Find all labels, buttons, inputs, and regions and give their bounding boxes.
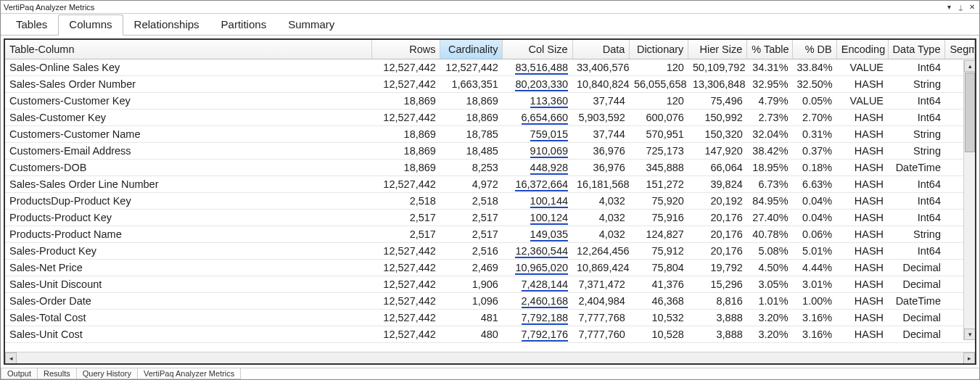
column-header-colsize[interactable]: Col Size (503, 40, 572, 59)
tab-columns[interactable]: Columns (58, 15, 123, 36)
table-row[interactable]: Customers-Customer Name18,86918,785759,0… (5, 126, 975, 143)
cell-colsize: 7,792,188 (503, 310, 572, 326)
column-header-enc[interactable]: Encoding (836, 40, 888, 59)
cell-enc: VALUE (836, 59, 888, 76)
vertipaq-panel: VertiPaq Analyzer Metrics ▾ ⍊ ✕ TablesCo… (0, 0, 980, 380)
cell-enc: VALUE (836, 93, 888, 110)
scroll-right-icon[interactable]: ▸ (963, 352, 975, 364)
cell-hier: 75,496 (688, 93, 747, 110)
cell-data: 7,777,768 (572, 310, 630, 326)
table-row[interactable]: Sales-Unit Discount12,527,4421,9067,428,… (5, 276, 975, 293)
table-row[interactable]: Sales-Product Key12,527,4422,51612,360,5… (5, 243, 975, 260)
cell-colsize: 16,372,664 (503, 176, 572, 193)
cell-hier: 50,109,792 (688, 59, 747, 76)
column-header-name[interactable]: Table-Column (5, 40, 372, 59)
cell-card: 18,869 (440, 110, 503, 126)
cell-card: 2,517 (440, 210, 503, 226)
bottom-tab-results[interactable]: Results (37, 368, 77, 379)
cell-data: 5,903,592 (572, 110, 630, 126)
cell-ptable: 6.73% (747, 176, 793, 193)
tab-summary[interactable]: Summary (277, 15, 345, 36)
cell-ptable: 3.20% (747, 310, 793, 326)
bottom-tab-output[interactable]: Output (1, 368, 38, 379)
table-row[interactable]: Sales-Sales Order Line Number12,527,4424… (5, 176, 975, 193)
cell-data: 37,744 (572, 126, 630, 143)
scroll-left-icon[interactable]: ◂ (5, 352, 17, 364)
table-row[interactable]: Sales-Total Cost12,527,4424817,792,1887,… (5, 310, 975, 326)
cell-dict: 725,173 (630, 143, 688, 160)
bottom-tab-vertipaq-analyzer-metrics[interactable]: VertiPaq Analyzer Metrics (137, 368, 241, 379)
grid-header-row: Table-ColumnRowsCardinalityCol SizeDataD… (5, 40, 975, 59)
cell-hier: 20,176 (688, 226, 747, 243)
cell-hier: 20,176 (688, 243, 747, 260)
table-row[interactable]: Sales-Net Price12,527,4422,46910,965,020… (5, 260, 975, 276)
cell-dict: 120 (630, 59, 688, 76)
cell-card: 8,253 (440, 160, 503, 176)
table-row[interactable]: Sales-Unit Cost12,527,4424807,792,1767,7… (5, 326, 975, 343)
cell-ptable: 18.95% (747, 160, 793, 176)
grid-scroll-viewport[interactable]: Table-ColumnRowsCardinalityCol SizeDataD… (5, 40, 975, 352)
cell-colsize: 448,928 (503, 160, 572, 176)
cell-card: 2,518 (440, 193, 503, 210)
cell-dtype: Int64 (888, 176, 945, 193)
cell-data: 10,869,424 (572, 260, 630, 276)
cell-name: Sales-Unit Cost (5, 326, 372, 343)
cell-enc: HASH (836, 326, 888, 343)
cell-card: 2,469 (440, 260, 503, 276)
table-row[interactable]: Sales-Online Sales Key12,527,44212,527,4… (5, 59, 975, 76)
vertical-scroll-thumb[interactable] (965, 73, 975, 152)
cell-ptable: 84.95% (747, 193, 793, 210)
column-header-pdb[interactable]: % DB (793, 40, 837, 59)
vertical-scrollbar[interactable]: ▴ ▾ (963, 60, 975, 340)
column-header-card[interactable]: Cardinality (440, 40, 503, 59)
cell-dict: 75,912 (630, 243, 688, 260)
cell-card: 4,972 (440, 176, 503, 193)
table-row[interactable]: Customers-Customer Key18,86918,869113,36… (5, 93, 975, 110)
cell-enc: HASH (836, 210, 888, 226)
horizontal-scrollbar[interactable]: ◂ ▸ (5, 352, 975, 363)
cell-card: 18,869 (440, 93, 503, 110)
cell-card: 18,485 (440, 143, 503, 160)
bottom-tab-query-history[interactable]: Query History (76, 368, 138, 379)
table-row[interactable]: Products-Product Key2,5172,517100,1244,0… (5, 210, 975, 226)
column-header-dtype[interactable]: Data Type (888, 40, 945, 59)
cell-hier: 147,920 (688, 143, 747, 160)
table-row[interactable]: Sales-Sales Order Number12,527,4421,663,… (5, 76, 975, 93)
scroll-down-icon[interactable]: ▾ (964, 329, 975, 340)
tab-relationships[interactable]: Relationships (123, 15, 210, 36)
table-row[interactable]: Customers-Email Address18,86918,485910,0… (5, 143, 975, 160)
column-header-hier[interactable]: Hier Size (688, 40, 747, 59)
cell-colsize: 113,360 (503, 93, 572, 110)
column-header-data[interactable]: Data (572, 40, 630, 59)
column-header-seg[interactable]: Segm (945, 40, 975, 59)
dropdown-icon[interactable]: ▾ (944, 3, 953, 12)
cell-card: 1,096 (440, 293, 503, 310)
table-row[interactable]: Products-Product Name2,5172,517149,0354,… (5, 226, 975, 243)
cell-ptable: 2.73% (747, 110, 793, 126)
cell-colsize: 7,792,176 (503, 326, 572, 343)
cell-dict: 10,532 (630, 310, 688, 326)
cell-dict: 600,076 (630, 110, 688, 126)
table-row[interactable]: Sales-Order Date12,527,4421,0962,460,168… (5, 293, 975, 310)
column-header-dict[interactable]: Dictionary (630, 40, 688, 59)
cell-name: Customers-Customer Name (5, 126, 372, 143)
cell-ptable: 5.08% (747, 243, 793, 260)
cell-rows: 12,527,442 (372, 76, 440, 93)
tab-tables[interactable]: Tables (5, 15, 58, 36)
pin-icon[interactable]: ⍊ (956, 3, 965, 12)
cell-rows: 18,869 (372, 160, 440, 176)
table-row[interactable]: ProductsDup-Product Key2,5182,518100,144… (5, 193, 975, 210)
cell-pdb: 6.63% (793, 176, 837, 193)
column-header-ptable[interactable]: % Table (747, 40, 793, 59)
tab-partitions[interactable]: Partitions (210, 15, 278, 36)
cell-dict: 120 (630, 93, 688, 110)
bottom-tabstrip: OutputResultsQuery HistoryVertiPaq Analy… (1, 368, 979, 379)
table-row[interactable]: Customers-DOB18,8698,253448,92836,976345… (5, 160, 975, 176)
cell-colsize: 2,460,168 (503, 293, 572, 310)
cell-dtype: String (888, 76, 945, 93)
cell-pdb: 2.70% (793, 110, 837, 126)
column-header-rows[interactable]: Rows (372, 40, 440, 59)
close-icon[interactable]: ✕ (968, 3, 976, 12)
table-row[interactable]: Sales-Customer Key12,527,44218,8696,654,… (5, 110, 975, 126)
scroll-up-icon[interactable]: ▴ (964, 60, 975, 72)
